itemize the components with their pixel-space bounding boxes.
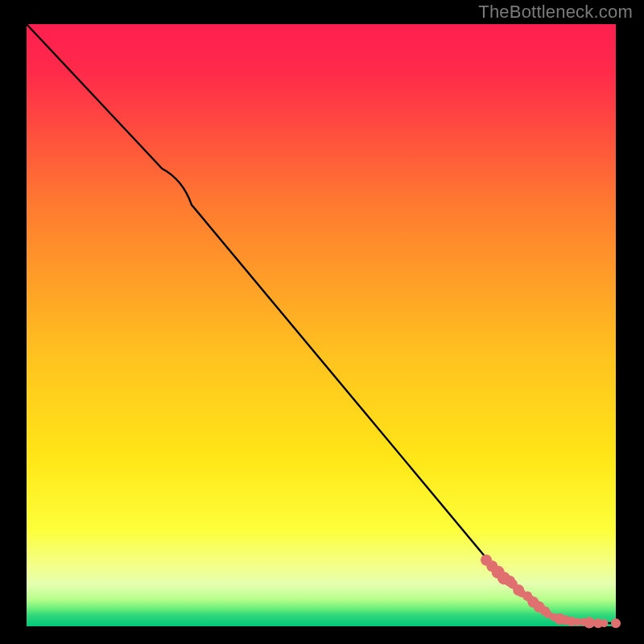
plot-background [27, 24, 616, 626]
data-point [584, 617, 595, 629]
watermark-text: TheBottleneck.com [478, 2, 633, 23]
chart-stage: TheBottleneck.com [0, 0, 644, 644]
data-point [611, 618, 621, 628]
bottleneck-chart [0, 0, 644, 644]
data-point [600, 619, 608, 627]
